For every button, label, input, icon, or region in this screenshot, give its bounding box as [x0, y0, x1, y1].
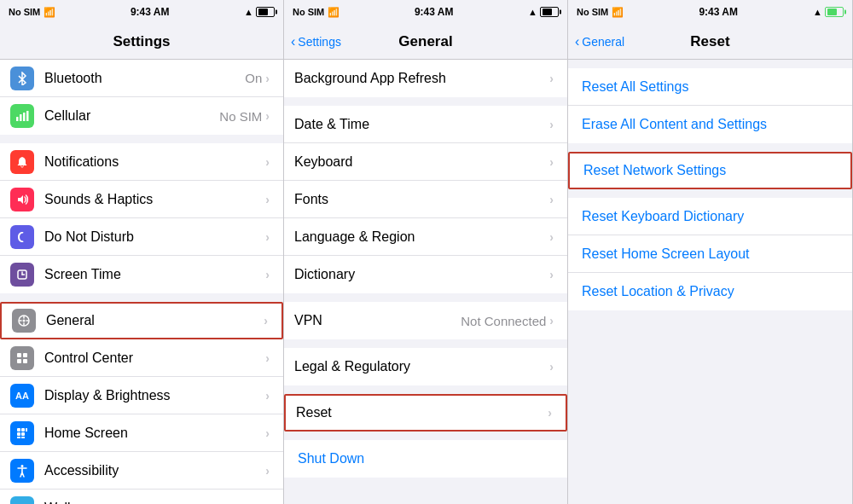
nav-title-1: Settings — [113, 33, 170, 50]
erase-all-row[interactable]: Erase All Content and Settings — [568, 106, 852, 143]
vpn-label: VPN — [294, 313, 461, 328]
status-left-1: No SIM 📶 — [9, 7, 55, 18]
back-chevron-2: ‹ — [291, 34, 295, 49]
reset-scroll[interactable]: Reset All Settings Erase All Content and… — [568, 60, 852, 504]
nav-bar-2: ‹ Settings General — [284, 24, 567, 60]
svg-rect-22 — [17, 437, 20, 438]
bg-refresh-label: Background App Refresh — [294, 71, 549, 86]
general-row[interactable]: General › — [0, 302, 283, 339]
reset-homescreen-row[interactable]: Reset Home Screen Layout — [568, 235, 852, 273]
no-sim-label-2: No SIM — [293, 7, 324, 17]
status-right-2: ▲ — [528, 7, 559, 17]
svg-rect-2 — [23, 113, 26, 121]
accessibility-row[interactable]: Accessibility › — [0, 452, 283, 490]
reset-network-label: Reset Network Settings — [583, 163, 726, 178]
donotdisturb-chevron: › — [265, 230, 270, 244]
dictionary-chevron: › — [549, 268, 554, 281]
reset-homescreen-label: Reset Home Screen Layout — [582, 246, 750, 262]
cellular-value: No SIM — [219, 109, 262, 124]
notifications-icon — [10, 150, 34, 174]
wallpaper-row[interactable]: Wallpaper › — [0, 490, 283, 504]
homescreen-icon — [10, 421, 34, 445]
section-datetime: Date & Time › Keyboard › Fonts › Languag… — [284, 106, 567, 293]
datetime-chevron: › — [549, 118, 554, 131]
controlcenter-row[interactable]: Control Center › — [0, 339, 283, 377]
reset-nav-label: Reset — [296, 405, 548, 420]
vpn-chevron: › — [549, 314, 554, 327]
legal-row[interactable]: Legal & Regulatory › — [284, 348, 567, 385]
general-scroll[interactable]: Background App Refresh › Date & Time › K… — [284, 60, 567, 504]
reset-back-button[interactable]: ‹ General — [575, 34, 624, 49]
signal-icon-1: ▲ — [244, 7, 253, 17]
status-bar-1: No SIM 📶 9:43 AM ▲ — [0, 0, 283, 24]
reset-location-label: Reset Location & Privacy — [582, 284, 734, 299]
shutdown-row[interactable]: Shut Down — [284, 440, 567, 478]
screentime-row[interactable]: Screen Time › — [0, 256, 283, 293]
sounds-label: Sounds & Haptics — [44, 192, 265, 207]
language-row[interactable]: Language & Region › — [284, 218, 567, 256]
sounds-row[interactable]: Sounds & Haptics › — [0, 181, 283, 218]
section-reset: Reset › — [284, 394, 567, 432]
keyboard-row[interactable]: Keyboard › — [284, 143, 567, 181]
display-chevron: › — [265, 389, 270, 403]
svg-rect-15 — [17, 359, 21, 363]
donotdisturb-icon — [10, 225, 34, 249]
reset-network-row[interactable]: Reset Network Settings — [568, 152, 852, 189]
reset-nav-row[interactable]: Reset › — [284, 394, 567, 432]
settings-scroll[interactable]: Bluetooth On › Cellular No SIM › — [0, 60, 283, 504]
donotdisturb-label: Do Not Disturb — [44, 229, 265, 245]
accessibility-chevron: › — [265, 464, 270, 478]
cellular-icon — [10, 104, 34, 128]
controlcenter-icon — [10, 346, 34, 370]
status-bar-3: No SIM 📶 9:43 AM ▲ — [568, 0, 852, 24]
bg-refresh-row[interactable]: Background App Refresh › — [284, 60, 567, 97]
dictionary-label: Dictionary — [294, 267, 549, 282]
no-sim-label-1: No SIM — [9, 7, 40, 17]
vpn-row[interactable]: VPN Not Connected › — [284, 302, 567, 339]
status-left-2: No SIM 📶 — [293, 7, 339, 18]
divider-1 — [0, 135, 283, 143]
cellular-row[interactable]: Cellular No SIM › — [0, 97, 283, 135]
dictionary-row[interactable]: Dictionary › — [284, 256, 567, 293]
fonts-label: Fonts — [294, 192, 549, 207]
homescreen-label: Home Screen — [44, 426, 265, 441]
donotdisturb-row[interactable]: Do Not Disturb › — [0, 218, 283, 256]
reset-keyboard-label: Reset Keyboard Dictionary — [582, 209, 744, 224]
svg-rect-16 — [23, 359, 27, 363]
fonts-row[interactable]: Fonts › — [284, 181, 567, 218]
notifications-row[interactable]: Notifications › — [0, 143, 283, 181]
homescreen-row[interactable]: Home Screen › — [0, 414, 283, 452]
reset-keyboard-row[interactable]: Reset Keyboard Dictionary — [568, 198, 852, 235]
back-chevron-3: ‹ — [575, 34, 579, 49]
reset-all-settings-row[interactable]: Reset All Settings — [568, 68, 852, 106]
time-3: 9:43 AM — [699, 6, 738, 18]
svg-rect-13 — [17, 353, 21, 357]
section-reset-keyboard: Reset Keyboard Dictionary Reset Home Scr… — [568, 198, 852, 310]
svg-rect-23 — [21, 437, 25, 438]
reset-location-row[interactable]: Reset Location & Privacy — [568, 273, 852, 310]
divider-g1 — [284, 97, 567, 106]
divider-g5 — [284, 432, 567, 440]
svg-rect-21 — [21, 432, 25, 436]
datetime-row[interactable]: Date & Time › — [284, 106, 567, 143]
back-label-3: General — [582, 35, 624, 49]
notifications-chevron: › — [265, 155, 270, 169]
notifications-label: Notifications — [44, 154, 265, 170]
no-sim-label-3: No SIM — [577, 7, 608, 17]
general-icon — [12, 309, 36, 333]
erase-all-label: Erase All Content and Settings — [582, 117, 767, 132]
display-row[interactable]: AA Display & Brightness › — [0, 377, 283, 414]
general-back-button[interactable]: ‹ Settings — [291, 34, 341, 49]
accessibility-label: Accessibility — [44, 463, 265, 478]
language-chevron: › — [549, 230, 554, 244]
status-left-3: No SIM 📶 — [577, 7, 624, 18]
svg-rect-20 — [17, 432, 20, 436]
accessibility-icon — [10, 459, 34, 483]
bluetooth-row[interactable]: Bluetooth On › — [0, 60, 283, 97]
battery-icon-2 — [540, 7, 559, 17]
signal-icon-3: ▲ — [813, 7, 822, 17]
divider-g2 — [284, 293, 567, 302]
nav-bar-1: Settings — [0, 24, 283, 60]
divider-2 — [0, 293, 283, 302]
svg-point-24 — [21, 465, 24, 467]
